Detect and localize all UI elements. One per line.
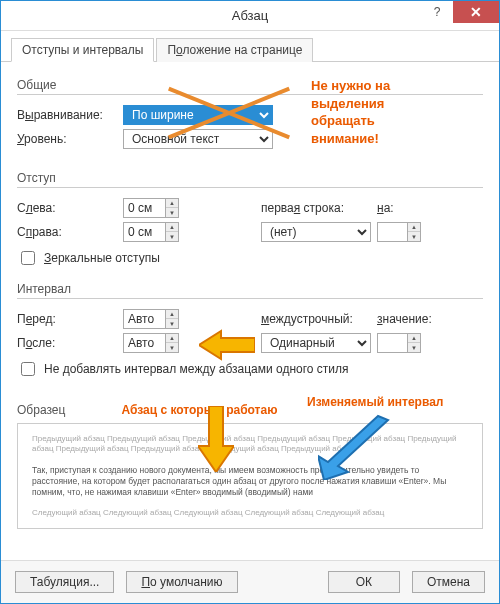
sample-prev-text: Предыдущий абзац Предыдущий абзац Предыд… (32, 434, 468, 455)
paragraph-dialog: Абзац ? ✕ Отступы и интервалы Положение … (0, 0, 500, 604)
indent-left-label: Слева: (17, 201, 117, 215)
level-select[interactable]: Основной текст (123, 129, 273, 149)
down-icon[interactable]: ▼ (166, 343, 178, 352)
ok-button[interactable]: ОК (328, 571, 400, 593)
window-title: Абзац (232, 8, 268, 23)
alignment-label: Выравнивание: (17, 108, 117, 122)
annotation-note: Не нужно навыделенияобращатьвнимание! (311, 77, 471, 147)
group-spacing-label: Интервал (17, 282, 483, 296)
up-icon[interactable]: ▲ (408, 223, 420, 232)
tabs-button[interactable]: Табуляция... (15, 571, 114, 593)
group-indent: Слева: ▲▼ первая строка: на: Справа: ▲▼ … (17, 187, 483, 268)
up-icon[interactable]: ▲ (166, 334, 178, 343)
level-label: Уровень: (17, 132, 117, 146)
indent-right-label: Справа: (17, 225, 117, 239)
tab-position[interactable]: Положение на странице (156, 38, 313, 62)
tab-strip: Отступы и интервалы Положение на страниц… (1, 31, 499, 62)
tab-indents[interactable]: Отступы и интервалы (11, 38, 154, 62)
window-buttons: ? ✕ (421, 1, 499, 23)
sample-mid-text: Так, приступая к созданию нового докумен… (32, 465, 468, 498)
sample-preview: Предыдущий абзац Предыдущий абзац Предыд… (17, 423, 483, 529)
spacing-before-label: Перед: (17, 312, 117, 326)
first-line-label: первая строка: (261, 201, 371, 215)
spacing-before-spinner[interactable]: ▲▼ (123, 309, 179, 329)
down-icon[interactable]: ▼ (166, 208, 178, 217)
caption-changing: Изменяемый интервал (307, 395, 443, 409)
default-button[interactable]: По умолчанию (126, 571, 237, 593)
dialog-footer: Табуляция... По умолчанию ОК Отмена (1, 560, 499, 603)
arrow-down-icon (198, 406, 234, 472)
down-icon[interactable]: ▼ (408, 232, 420, 241)
group-indent-label: Отступ (17, 171, 483, 185)
spacing-after-spinner[interactable]: ▲▼ (123, 333, 179, 353)
alignment-select[interactable]: По ширине (123, 105, 273, 125)
title-bar: Абзац ? ✕ (1, 1, 499, 31)
down-icon[interactable]: ▼ (166, 319, 178, 328)
up-icon[interactable]: ▲ (166, 199, 178, 208)
line-spacing-select[interactable]: Одинарный (261, 333, 371, 353)
help-button[interactable]: ? (421, 1, 453, 23)
up-icon[interactable]: ▲ (408, 334, 420, 343)
group-sample-label: Образец (17, 403, 87, 417)
down-icon[interactable]: ▼ (408, 343, 420, 352)
mirror-indents-check[interactable]: Зеркальные отступы (17, 248, 483, 268)
indent-by-spinner[interactable]: ▲▼ (377, 222, 421, 242)
cancel-button[interactable]: Отмена (412, 571, 485, 593)
no-space-same-style-check[interactable]: Не добавлять интервал между абзацами одн… (17, 359, 483, 379)
spacing-at-label: значение: (377, 312, 437, 326)
sample-next-text: Следующий абзац Следующий абзац Следующи… (32, 508, 468, 518)
arrow-diagonal-icon (318, 410, 398, 483)
indent-left-spinner[interactable]: ▲▼ (123, 198, 179, 218)
up-icon[interactable]: ▲ (166, 223, 178, 232)
spacing-after-label: После: (17, 336, 117, 350)
indent-by-label: на: (377, 201, 407, 215)
line-spacing-label: междустрочный: (261, 312, 371, 326)
close-button[interactable]: ✕ (453, 1, 499, 23)
down-icon[interactable]: ▼ (166, 232, 178, 241)
arrow-left-icon (199, 329, 255, 361)
up-icon[interactable]: ▲ (166, 310, 178, 319)
indent-right-spinner[interactable]: ▲▼ (123, 222, 179, 242)
first-line-select[interactable]: (нет) (261, 222, 371, 242)
spacing-at-spinner[interactable]: ▲▼ (377, 333, 421, 353)
group-spacing: Перед: ▲▼ междустрочный: значение: После… (17, 298, 483, 379)
